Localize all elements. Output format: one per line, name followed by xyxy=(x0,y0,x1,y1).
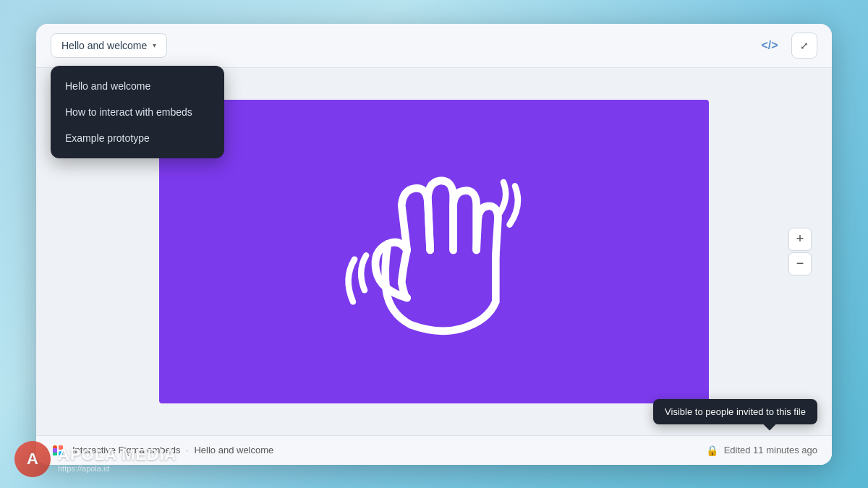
dropdown-item-prototype[interactable]: Example prototype xyxy=(51,125,224,151)
bottom-right: Visible to people invited to this file 🔒… xyxy=(706,445,817,456)
lock-icon: 🔒 xyxy=(706,445,718,456)
figma-icon xyxy=(51,443,65,458)
waving-hand-icon xyxy=(318,136,550,367)
page-dropdown-button[interactable]: Hello and welcome ▾ xyxy=(51,33,167,58)
canvas-frame xyxy=(159,100,709,403)
top-bar-right: </> ⤢ xyxy=(757,33,817,59)
page-name: Hello and welcome xyxy=(194,445,273,455)
svg-point-3 xyxy=(59,451,63,455)
zoom-controls: + − xyxy=(788,228,812,275)
path-separator: · xyxy=(186,445,189,455)
file-name: Interactive Figma embeds xyxy=(72,445,181,455)
edited-timestamp: Edited 11 minutes ago xyxy=(724,445,817,455)
dropdown-item-interact[interactable]: How to interact with embeds xyxy=(51,99,224,125)
expand-button[interactable]: ⤢ xyxy=(791,33,817,59)
main-window: Hello and welcome ▾ Hello and welcome Ho… xyxy=(36,24,832,465)
top-bar: Hello and welcome ▾ Hello and welcome Ho… xyxy=(36,24,832,68)
watermark-url: https://apola.id xyxy=(58,464,176,473)
bottom-bar: Interactive Figma embeds · Hello and wel… xyxy=(36,435,832,465)
chevron-down-icon: ▾ xyxy=(153,41,156,49)
zoom-in-button[interactable]: + xyxy=(788,228,812,251)
svg-rect-4 xyxy=(53,448,57,453)
dropdown-current-label: Hello and welcome xyxy=(61,40,147,51)
dropdown-item-hello[interactable]: Hello and welcome xyxy=(51,73,224,99)
tooltip-text: Visible to people invited to this file xyxy=(665,406,806,417)
svg-rect-1 xyxy=(59,445,63,450)
file-path: Interactive Figma embeds · Hello and wel… xyxy=(72,445,273,455)
zoom-out-button[interactable]: − xyxy=(788,252,812,275)
bottom-left: Interactive Figma embeds · Hello and wel… xyxy=(51,443,273,458)
dropdown-menu: Hello and welcome How to interact with e… xyxy=(51,66,224,158)
visibility-tooltip: Visible to people invited to this file xyxy=(653,399,817,424)
embed-code-icon[interactable]: </> xyxy=(757,33,783,59)
